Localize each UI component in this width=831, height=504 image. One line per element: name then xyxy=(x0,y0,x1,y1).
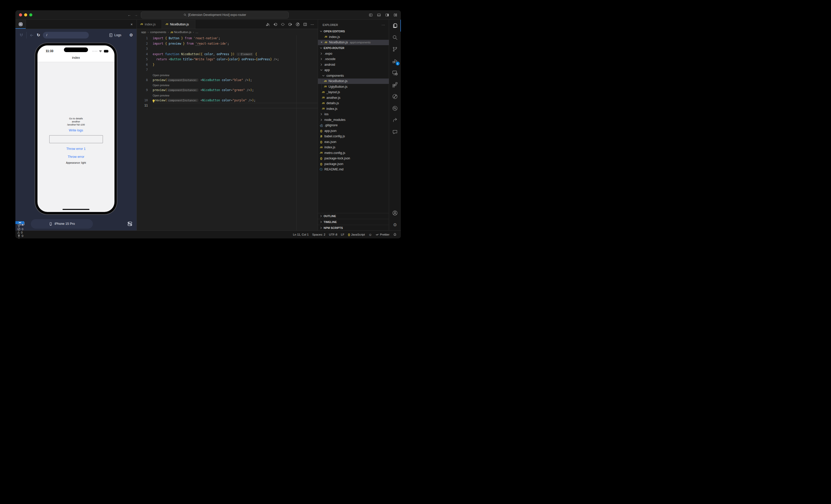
route-url-bar[interactable]: / xyxy=(43,32,89,38)
split-editor-icon[interactable] xyxy=(303,22,307,27)
tree-item-metro.config.js[interactable]: JSmetro.config.js xyxy=(318,150,389,156)
status-errors[interactable]: 0 xyxy=(16,227,37,231)
activity-tool-circle-search[interactable] xyxy=(389,102,401,114)
layout-sidebar-left-icon[interactable] xyxy=(369,12,373,17)
breadcrumb-item-…[interactable]: … xyxy=(195,31,198,34)
tree-item-UglyButton.js[interactable]: JSUglyButton.js xyxy=(318,84,389,90)
status-ports[interactable]: 0 xyxy=(16,234,37,238)
tree-item-index.js[interactable]: JSindex.js xyxy=(318,106,389,112)
minimize-window-button[interactable] xyxy=(24,13,27,17)
history-back-icon[interactable]: ← xyxy=(127,13,131,17)
tree-item-NiceButton.js[interactable]: JSNiceButton.js xyxy=(318,79,389,84)
status-warnings[interactable]: ⚠0 xyxy=(16,231,37,234)
status-feedback[interactable]: ☺ xyxy=(367,231,374,238)
section-project-root[interactable]: EXPO-ROUTER xyxy=(318,45,389,51)
tree-item-app[interactable]: app xyxy=(318,67,389,73)
link-another[interactable]: another xyxy=(72,120,80,123)
close-editor-icon[interactable]: × xyxy=(319,40,324,44)
breadcrumb-item-NiceButton.js[interactable]: JS NiceButton.js xyxy=(170,31,192,34)
history-forward-icon[interactable]: → xyxy=(134,13,138,17)
nav-back-icon[interactable] xyxy=(30,33,34,37)
link-go-to-details[interactable]: Go to details xyxy=(69,117,83,120)
layout-panel-icon[interactable] xyxy=(377,12,381,17)
status-encoding[interactable]: UTF-8 xyxy=(327,231,339,238)
status-eol[interactable]: LF xyxy=(339,231,346,238)
open-editor-index.js[interactable]: JSindex.js xyxy=(318,34,389,40)
logs-button[interactable]: Logs xyxy=(109,33,121,37)
section-open-editors[interactable]: OPEN EDITORS xyxy=(318,28,389,34)
codelens-open-preview[interactable]: Open preview xyxy=(137,93,169,98)
iphone-screen[interactable]: 11:33 index xyxy=(37,46,114,212)
tree-item-package.json[interactable]: {}package.json xyxy=(318,161,389,167)
activity-remote-explorer[interactable] xyxy=(389,67,401,79)
breadcrumb[interactable]: app›components›JS NiceButton.js›… xyxy=(137,29,318,35)
tree-item-.gitignore[interactable]: .gitignore xyxy=(318,123,389,128)
tree-item-app.json[interactable]: {}app.json xyxy=(318,128,389,134)
activity-explorer[interactable] xyxy=(389,20,401,32)
status-graph[interactable] xyxy=(16,224,37,228)
tree-item-eas.json[interactable]: {}eas.json xyxy=(318,139,389,145)
throw-error-1-button[interactable]: Throw error 1 xyxy=(66,147,85,151)
tree-item-index.js[interactable]: JSindex.js xyxy=(318,145,389,150)
device-select[interactable]: iPhone 15 Pro xyxy=(31,219,93,229)
activity-comments[interactable] xyxy=(389,126,401,138)
editor-tab-index.js[interactable]: JSindex.js xyxy=(137,20,162,29)
breadcrumb-item-components[interactable]: components xyxy=(150,31,166,34)
quick-fix-lightbulb-icon[interactable] xyxy=(152,98,155,104)
zoom-window-button[interactable] xyxy=(29,13,32,17)
link-another-id[interactable]: /another?id=100 xyxy=(67,123,85,126)
command-center-search[interactable]: [Extension Development Host] expo-router xyxy=(141,11,289,19)
nav-circle-left-icon[interactable] xyxy=(273,22,278,27)
activity-run-debug[interactable]: 1 xyxy=(389,55,401,67)
nav-circle-dash-icon[interactable] xyxy=(281,22,285,27)
code-editor[interactable]: 1import { Button } from 'react-native';2… xyxy=(137,35,318,231)
activity-extensions[interactable] xyxy=(389,79,401,91)
close-window-button[interactable] xyxy=(19,13,22,17)
history-circle-icon[interactable] xyxy=(296,22,300,27)
tree-item-node_modules[interactable]: node_modules xyxy=(318,117,389,123)
phone-text-input[interactable] xyxy=(49,135,103,143)
activity-accounts[interactable] xyxy=(389,207,401,219)
section-npm-scripts[interactable]: NPM SCRIPTS xyxy=(318,225,389,231)
tree-item-android[interactable]: android xyxy=(318,62,389,67)
tree-item-.expo[interactable]: .expo xyxy=(318,51,389,56)
tree-item-details.js[interactable]: JSdetails.js xyxy=(318,100,389,106)
run-or-debug-icon[interactable] xyxy=(266,22,270,27)
throw-error-button[interactable]: Throw error xyxy=(68,155,84,158)
nav-circle-right-icon[interactable] xyxy=(288,22,292,27)
activity-source-control[interactable] xyxy=(389,43,401,55)
activity-share[interactable] xyxy=(389,114,401,126)
explorer-more-actions-icon[interactable]: ··· xyxy=(382,23,385,26)
write-logs-button[interactable]: Write logs xyxy=(69,128,83,132)
section-outline[interactable]: OUTLINE xyxy=(318,213,389,219)
tree-item-package-lock.json[interactable]: {}package-lock.json xyxy=(318,156,389,161)
close-panel-icon[interactable]: × xyxy=(131,22,133,26)
status-notifications[interactable] xyxy=(391,231,399,238)
tree-item-components[interactable]: components xyxy=(318,73,389,79)
tree-item-README.md[interactable]: ⓘREADME.md xyxy=(318,167,389,173)
status-debug[interactable] xyxy=(16,237,37,238)
section-timeline[interactable]: TIMELINE xyxy=(318,219,389,225)
tree-item-.vscode[interactable]: .vscode xyxy=(318,56,389,62)
status-indentation[interactable]: Spaces: 2 xyxy=(311,231,327,238)
status-remote-indicator[interactable]: >< xyxy=(16,221,24,224)
tree-item-_layout.js[interactable]: JS_layout.js xyxy=(318,90,389,95)
layout-grid-icon[interactable] xyxy=(394,12,397,17)
status-language[interactable]: {}JavaScript xyxy=(346,231,367,238)
more-icon[interactable]: ⋯ xyxy=(311,22,314,27)
tree-item-babel.config.js[interactable]: Bbabel.config.js xyxy=(318,134,389,139)
tab-radon-ide[interactable] xyxy=(16,20,26,29)
layout-sidebar-right-icon[interactable] xyxy=(385,12,389,17)
codelens-open-preview[interactable]: Open preview xyxy=(137,72,169,78)
activity-settings[interactable]: ⚙ xyxy=(389,219,401,231)
tree-item-ios[interactable]: ios xyxy=(318,112,389,117)
editor-tab-NiceButton.js[interactable]: JSNiceButton.js xyxy=(162,20,195,29)
codelens-open-preview[interactable]: Open preview xyxy=(137,83,169,88)
tree-item-another.js[interactable]: JSanother.js xyxy=(318,95,389,100)
status-prettier[interactable]: Prettier xyxy=(374,231,391,238)
status-cursor-position[interactable]: Ln 11, Col 1 xyxy=(291,231,310,238)
activity-tool-circle-graph[interactable] xyxy=(389,91,401,102)
open-editor-NiceButton.js[interactable]: ×JSNiceButton.jsapp/components xyxy=(318,40,389,46)
inspect-magnet-icon[interactable] xyxy=(19,33,24,37)
breadcrumb-item-app[interactable]: app xyxy=(141,31,146,34)
